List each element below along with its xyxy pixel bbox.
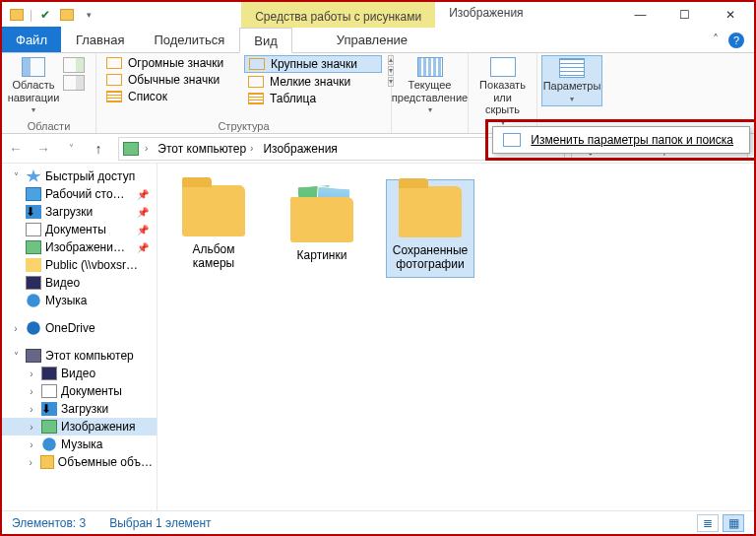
breadcrumb-root-icon	[123, 142, 139, 156]
ribbon-group-show-hide: Показать или скрыть ▾	[469, 53, 537, 133]
tree-pc-videos[interactable]: ›Видео	[2, 365, 157, 382]
ribbon: Область навигации ▾ Области Огромные зна…	[2, 53, 754, 134]
show-hide-button[interactable]: Показать или скрыть ▾	[474, 55, 531, 129]
tree-pc-downloads[interactable]: ›⬇Загрузки	[2, 400, 157, 418]
options-button[interactable]: Параметры ▾	[541, 55, 602, 106]
view-mode-icons-button[interactable]: ▦	[723, 514, 744, 532]
ribbon-group-panes: Область навигации ▾ Области	[2, 53, 96, 133]
folder-pictures[interactable]: Картинки	[278, 179, 366, 268]
group-label-layout: Структура	[102, 119, 385, 133]
folder-icon	[182, 185, 245, 236]
ribbon-group-options: Параметры ▾	[537, 53, 606, 133]
layout-extra-large-icons[interactable]: Огромные значки	[102, 55, 240, 71]
folder-saved-photos[interactable]: Сохраненные фотографии	[386, 179, 474, 278]
explorer-body: ˅Быстрый доступ Рабочий сто…📌 ⬇Загрузки📌…	[2, 164, 754, 510]
tab-manage[interactable]: Управление	[322, 27, 422, 52]
maximize-button[interactable]: ☐	[662, 2, 707, 27]
view-mode-details-button[interactable]: ≣	[697, 514, 719, 532]
ribbon-group-layout: Огромные значки Обычные значки Список Кр…	[96, 53, 392, 133]
contextual-tab-label: Средства работы с рисунками	[241, 2, 435, 28]
tree-downloads[interactable]: ⬇Загрузки📌	[2, 203, 157, 221]
layout-list[interactable]: Список	[102, 89, 240, 104]
qat-dropdown-icon[interactable]: ▾	[80, 6, 97, 24]
tree-this-pc[interactable]: ˅Этот компьютер	[2, 347, 157, 365]
tree-desktop[interactable]: Рабочий сто…📌	[2, 185, 157, 203]
layout-medium-icons[interactable]: Обычные значки	[102, 72, 240, 88]
navigation-tree[interactable]: ˅Быстрый доступ Рабочий сто…📌 ⬇Загрузки📌…	[2, 164, 158, 510]
options-popup-change-folder-options[interactable]: Изменить параметры папок и поиска	[492, 126, 750, 154]
item-view[interactable]: Альбом камеры Картинки Сохраненные фотог…	[158, 164, 754, 510]
ribbon-help-area: ˄ ?	[703, 29, 754, 52]
breadcrumb-this-pc[interactable]: Этот компьютер ›	[154, 142, 257, 156]
nav-forward-button[interactable]: →	[30, 141, 57, 157]
tree-public[interactable]: Public (\\vboxsr…	[2, 256, 157, 274]
qat-folder-icon[interactable]	[8, 6, 26, 24]
tree-pc-music[interactable]: ›Музыка	[2, 436, 157, 453]
nav-back-button[interactable]: ←	[2, 141, 30, 157]
tree-pc-3d[interactable]: ›Объемные объ…	[2, 453, 157, 471]
folder-thumbnail-icon	[290, 185, 353, 242]
quick-access-toolbar: | ✔ ▾	[2, 2, 103, 27]
qat-properties-icon[interactable]: ✔	[36, 6, 54, 24]
preview-pane-icon[interactable]	[63, 57, 85, 73]
window-controls: — ☐ ✕	[618, 2, 754, 27]
tree-pictures[interactable]: Изображени…📌	[2, 238, 157, 256]
tab-share[interactable]: Поделиться	[139, 27, 239, 52]
explorer-window: | ✔ ▾ Средства работы с рисунками Изобра…	[0, 0, 756, 536]
tree-music[interactable]: Музыка	[2, 292, 157, 309]
qat-pin-icon[interactable]	[58, 6, 76, 24]
group-label-panes: Области	[8, 119, 90, 133]
tab-view[interactable]: Вид	[239, 28, 292, 53]
status-bar: Элементов: 3 Выбран 1 элемент ≣ ▦	[2, 510, 754, 534]
tab-file[interactable]: Файл	[2, 27, 61, 52]
ribbon-tabs: Файл Главная Поделиться Вид Управление ˄…	[2, 28, 754, 53]
close-button[interactable]: ✕	[707, 2, 754, 27]
navigation-pane-button[interactable]: Область навигации ▾	[8, 55, 59, 116]
tree-quick-access[interactable]: ˅Быстрый доступ	[2, 168, 157, 185]
status-item-count: Элементов: 3	[12, 516, 86, 530]
window-title: Изображения	[435, 2, 618, 27]
tree-pc-documents[interactable]: ›Документы	[2, 382, 157, 400]
folder-options-icon	[503, 133, 521, 147]
folder-camera-roll[interactable]: Альбом камеры	[169, 179, 258, 276]
tree-documents[interactable]: Документы📌	[2, 221, 157, 238]
status-selection: Выбран 1 элемент	[109, 516, 211, 530]
ribbon-collapse-icon[interactable]: ˄	[713, 33, 719, 48]
folder-icon	[399, 186, 462, 237]
minimize-button[interactable]: —	[618, 2, 662, 27]
tree-pc-pictures[interactable]: ›Изображения	[2, 418, 157, 436]
breadcrumb-current[interactable]: Изображения	[259, 142, 341, 156]
layout-small-icons[interactable]: Мелкие значки	[244, 74, 382, 90]
tab-home[interactable]: Главная	[61, 27, 139, 52]
details-pane-icon[interactable]	[63, 75, 85, 91]
nav-recent-dropdown[interactable]: ˅	[57, 143, 85, 154]
ribbon-group-current-view: Текущее представление ▾	[392, 53, 469, 133]
titlebar: | ✔ ▾ Средства работы с рисунками Изобра…	[2, 2, 754, 28]
current-view-button[interactable]: Текущее представление ▾	[395, 55, 466, 116]
layout-large-icons[interactable]: Крупные значки	[244, 55, 382, 73]
help-icon[interactable]: ?	[728, 33, 744, 48]
tree-onedrive[interactable]: ›OneDrive	[2, 319, 157, 337]
nav-up-button[interactable]: ↑	[85, 141, 112, 157]
layout-details[interactable]: Таблица	[244, 91, 382, 106]
tree-videos[interactable]: Видео	[2, 274, 157, 292]
